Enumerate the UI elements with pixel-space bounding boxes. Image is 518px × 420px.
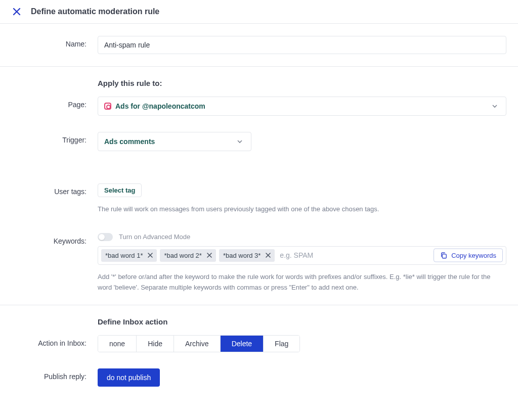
select-tag-button[interactable]: Select tag — [98, 183, 142, 197]
trigger-select-value: Ads comments — [104, 137, 155, 146]
advanced-mode-label: Turn on Advanced Mode — [119, 233, 190, 241]
inbox-action-heading: Define Inbox action — [98, 317, 508, 326]
close-icon[interactable] — [13, 8, 21, 16]
remove-chip-icon[interactable] — [266, 253, 271, 258]
action-option-delete[interactable]: Delete — [221, 336, 264, 352]
action-option-hide[interactable]: Hide — [137, 336, 174, 352]
name-input[interactable] — [98, 36, 506, 54]
name-label: Name: — [13, 36, 98, 48]
chevron-down-icon — [492, 103, 499, 110]
action-option-archive[interactable]: Archive — [174, 336, 221, 352]
remove-chip-icon[interactable] — [207, 253, 212, 258]
action-option-none[interactable]: none — [98, 336, 137, 352]
section-inbox-action: Define Inbox action Action in Inbox: non… — [0, 305, 518, 399]
page-title: Define automatic moderation rule — [31, 7, 159, 16]
instagram-icon — [104, 103, 111, 110]
action-option-flag[interactable]: Flag — [264, 336, 299, 352]
copy-keywords-button[interactable]: Copy keywords — [434, 249, 503, 262]
section-apply: Apply this rule to: Page: Ads for @napol… — [0, 66, 518, 305]
keywords-input-box[interactable]: *bad word 1**bad word 2**bad word 3* Cop… — [98, 246, 506, 265]
publish-reply-button[interactable]: do not publish — [98, 368, 160, 387]
advanced-mode-toggle[interactable] — [98, 233, 113, 241]
section-name: Name: — [0, 24, 518, 66]
keyword-chip-label: *bad word 2* — [164, 252, 201, 259]
trigger-select[interactable]: Ads comments — [98, 132, 251, 151]
keyword-chip-label: *bad word 3* — [223, 252, 261, 259]
svg-rect-8 — [443, 254, 447, 258]
user-tags-label: User tags: — [13, 183, 98, 196]
copy-keywords-label: Copy keywords — [451, 252, 496, 259]
action-segmented-control: noneHideArchiveDeleteFlag — [98, 335, 300, 352]
page-select[interactable]: Ads for @napoleoncatcom — [98, 97, 506, 116]
trigger-label: Trigger: — [13, 132, 98, 144]
keyword-chip-label: *bad word 1* — [105, 252, 143, 259]
modal-header: Define automatic moderation rule — [0, 0, 518, 24]
publish-reply-label: Publish reply: — [13, 368, 98, 381]
chevron-down-icon — [237, 138, 244, 145]
remove-chip-icon[interactable] — [148, 253, 153, 258]
keywords-label: Keywords: — [13, 233, 98, 245]
page-select-value: Ads for @napoleoncatcom — [115, 102, 205, 110]
page-label: Page: — [13, 97, 98, 109]
keyword-chip: *bad word 2* — [160, 249, 215, 262]
keyword-chip: *bad word 1* — [101, 249, 157, 262]
apply-heading: Apply this rule to: — [98, 79, 508, 87]
keyword-chip: *bad word 3* — [219, 249, 275, 262]
action-in-inbox-label: Action in Inbox: — [13, 335, 98, 347]
user-tags-help: The rule will work on messages from user… — [98, 204, 506, 215]
keywords-help: Add '*' before or/and after the keyword … — [98, 272, 506, 293]
